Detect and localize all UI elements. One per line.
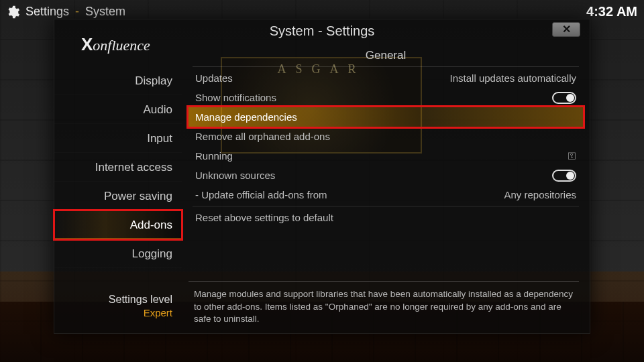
gear-icon	[5, 5, 20, 19]
sidebar-item-display[interactable]: Display	[54, 66, 182, 95]
row-update-official-from[interactable]: - Update official add-ons from Any repos…	[189, 185, 583, 204]
close-icon: ✕	[562, 23, 571, 35]
row-label: Running	[195, 150, 233, 162]
section-header: General	[189, 46, 583, 66]
toggle-on-icon	[552, 92, 576, 104]
settings-content: General Updates Install updates automati…	[189, 46, 583, 280]
sidebar-item-label: Audio	[144, 103, 172, 116]
row-value: Install updates automatically	[450, 72, 576, 84]
brand-x: X	[81, 34, 93, 54]
row-manage-dependencies[interactable]: Manage dependencies	[189, 107, 583, 127]
row-label: Reset above settings to default	[195, 212, 333, 223]
breadcrumb-root: Settings	[25, 5, 69, 18]
skin-brand: Xonfluence	[81, 34, 150, 55]
sidebar-item-label: Internet access	[95, 161, 172, 174]
top-bar: Settings - System 4:32 AM	[5, 4, 637, 19]
row-label: Updates	[195, 72, 233, 84]
settings-level-label: Settings level	[109, 294, 172, 305]
toggle-on-icon	[552, 170, 576, 182]
row-remove-orphaned[interactable]: Remove all orphaned add-ons	[189, 127, 583, 146]
sidebar-item-label: Input	[147, 132, 172, 145]
row-label: Show notifications	[195, 92, 276, 103]
row-reset-defaults[interactable]: Reset above settings to default	[189, 208, 583, 227]
sidebar-item-add-ons[interactable]: Add-ons	[54, 210, 182, 239]
row-label: Remove all orphaned add-ons	[195, 131, 330, 142]
brand-rest: onfluence	[93, 37, 150, 54]
row-show-notifications[interactable]: Show notifications	[189, 88, 583, 107]
row-updates[interactable]: Updates Install updates automatically	[189, 68, 583, 88]
settings-level-value: Expert	[54, 307, 172, 318]
sidebar-item-input[interactable]: Input	[54, 124, 182, 153]
breadcrumb-sep: -	[75, 5, 79, 18]
row-separator	[193, 206, 579, 206]
sidebar-item-audio[interactable]: Audio	[54, 95, 182, 124]
sidebar-item-logging[interactable]: Logging	[54, 239, 182, 268]
sidebar-item-label: Logging	[131, 247, 172, 260]
section-divider	[193, 66, 579, 67]
key-icon: ⚿	[568, 151, 576, 161]
row-unknown-sources[interactable]: Unknown sources	[189, 166, 583, 185]
settings-panel: System - Settings ✕ Xonfluence ASGAR Dis…	[54, 19, 590, 334]
sidebar-item-label: Add-ons	[130, 219, 172, 231]
sidebar-item-label: Power saving	[104, 190, 172, 202]
close-button[interactable]: ✕	[552, 22, 580, 37]
clock: 4:32 AM	[586, 4, 637, 19]
sidebar-item-label: Display	[135, 74, 172, 87]
row-value: Any repositories	[504, 189, 576, 200]
breadcrumb: Settings - System	[25, 5, 125, 19]
breadcrumb-sub: System	[85, 5, 125, 18]
category-sidebar: Display Audio Input Internet access Powe…	[54, 66, 182, 268]
sidebar-item-power-saving[interactable]: Power saving	[54, 182, 182, 210]
setting-description: Manage modules and support libraries tha…	[189, 281, 579, 325]
row-label: Unknown sources	[195, 170, 275, 181]
row-label: - Update official add-ons from	[195, 189, 327, 200]
settings-level-button[interactable]: Settings level Expert	[54, 294, 182, 318]
row-running[interactable]: Running ⚿	[189, 146, 583, 166]
row-label: Manage dependencies	[195, 111, 297, 123]
sidebar-item-internet-access[interactable]: Internet access	[54, 153, 182, 182]
